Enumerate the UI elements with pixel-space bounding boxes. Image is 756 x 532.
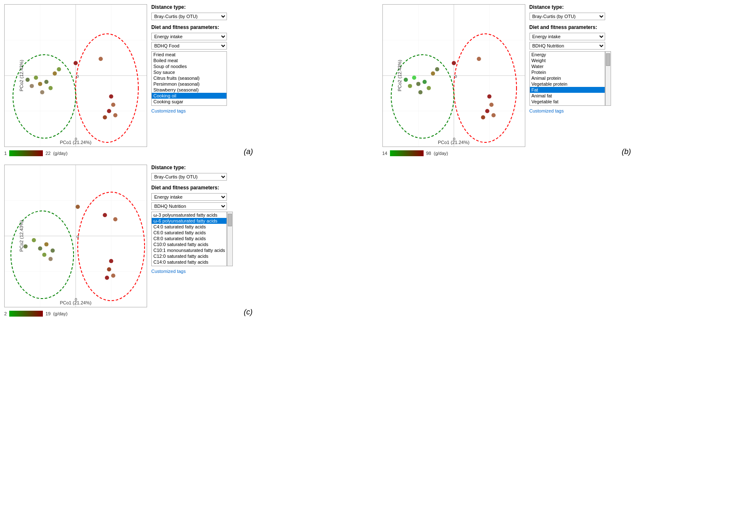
listbox-item[interactable]: Soy sauce	[152, 69, 227, 75]
listbox-item[interactable]: C12:0 saturated fatty acids	[152, 253, 227, 259]
svg-point-14	[40, 90, 45, 94]
svg-point-36	[408, 84, 412, 88]
listbox-item[interactable]: Persimmon (seasonal)	[152, 81, 227, 87]
listbox-item[interactable]: Animal protein	[530, 75, 605, 81]
listbox-item[interactable]: Weight	[530, 58, 605, 63]
listbox-item[interactable]: Water	[530, 63, 605, 69]
svg-point-66	[48, 257, 53, 261]
panel-label-b: (b)	[622, 147, 631, 156]
listbox-item[interactable]: Soup of noodles	[152, 63, 227, 69]
svg-point-32	[454, 34, 516, 142]
legend-max-a: 22	[45, 151, 50, 156]
diet-fitness-label-a: Diet and fitness parameters:	[151, 24, 235, 30]
listbox-item[interactable]: C10:0 saturated fatty acids	[152, 241, 227, 247]
color-bar-b	[390, 150, 424, 156]
scrollbar-c[interactable]	[227, 212, 233, 266]
svg-point-18	[99, 57, 103, 61]
diet-dropdown1-c[interactable]: Energy intake	[151, 193, 227, 201]
svg-point-35	[412, 76, 416, 80]
diet-fitness-label-c: Diet and fitness parameters:	[151, 185, 235, 191]
svg-point-48	[481, 115, 485, 119]
plot-a: PCo2 (12.43%)	[4, 4, 147, 147]
yaxis-label-a: PCo2 (12.43%)	[19, 60, 24, 91]
listbox-item-selected[interactable]: ω-6 polyunsaturated fatty acids	[152, 218, 227, 224]
listbox-item[interactable]: Carbohydrate	[530, 105, 605, 106]
listbox-c[interactable]: ω-3 polyunsaturated fatty acids ω-6 poly…	[151, 212, 227, 266]
diet-dropdown1-a[interactable]: Energy intake	[151, 33, 227, 40]
svg-point-63	[44, 242, 48, 246]
legend-c: 2 19 (g/day)	[4, 311, 147, 317]
customized-tags-link-b[interactable]: Customized tags	[529, 108, 614, 113]
svg-point-47	[485, 109, 489, 113]
svg-point-46	[489, 103, 493, 107]
listbox-item[interactable]: C4:0 saturated fatty acids	[152, 224, 227, 230]
diet-dropdown1-b[interactable]: Energy intake	[529, 33, 605, 40]
legend-min-c: 2	[4, 311, 7, 316]
customized-tags-link-c[interactable]: Customized tags	[151, 269, 235, 274]
svg-text:0: 0	[76, 74, 79, 79]
listbox-item[interactable]: ω-3 polyunsaturated fatty acids	[152, 212, 227, 218]
scrollbar-b[interactable]	[605, 51, 611, 106]
listbox-item[interactable]: Strawberry (seasonal)	[152, 87, 227, 93]
svg-point-22	[103, 115, 107, 119]
legend-b: 14 98 (g/day)	[382, 150, 525, 156]
legend-a: 1 22 (g/day)	[4, 150, 147, 156]
svg-point-8	[26, 78, 30, 82]
svg-point-13	[48, 86, 53, 90]
listbox-item[interactable]: C10:1 monounsaturated fatty acids	[152, 247, 227, 253]
svg-point-11	[38, 82, 42, 86]
distance-type-select-b[interactable]: Bray-Curtis (by OTU)	[529, 13, 605, 20]
svg-point-38	[422, 80, 427, 84]
svg-point-37	[416, 82, 420, 86]
diet-dropdown2-b[interactable]: BDHQ Nutrition	[529, 42, 605, 50]
svg-point-67	[76, 204, 80, 209]
listbox-item[interactable]: Animal fat	[530, 93, 605, 99]
panel-label-a: (a)	[244, 147, 253, 156]
listbox-item[interactable]: C14:0 saturated fatty acids	[152, 259, 227, 265]
svg-point-16	[57, 67, 61, 71]
svg-point-9	[34, 76, 38, 80]
yaxis-label-c: PCo2 (12.43%)	[19, 220, 24, 252]
svg-point-68	[103, 213, 107, 217]
panel-label-c: (c)	[244, 308, 253, 317]
svg-text:0: 0	[454, 74, 457, 79]
xaxis-label-c: PCo1 (21.24%)	[60, 300, 91, 305]
listbox-item[interactable]: Vegetable protein	[530, 81, 605, 87]
diet-dropdown2-a[interactable]: BDHQ Food	[151, 42, 227, 50]
plot-c: PCo2 (12.43%)	[4, 165, 147, 307]
listbox-item[interactable]: Citrus fruits (seasonal)	[152, 75, 227, 81]
svg-point-65	[42, 253, 46, 257]
listbox-item-selected[interactable]: Fat	[530, 87, 605, 93]
listbox-item[interactable]: Boiled meat	[152, 58, 227, 63]
legend-unit-b: (g/day)	[434, 151, 448, 156]
listbox-item-selected[interactable]: Cooking oil	[152, 93, 227, 99]
distance-type-select-a[interactable]: Bray-Curtis (by OTU)	[151, 13, 227, 20]
legend-min-b: 14	[382, 151, 387, 156]
listbox-item[interactable]: Protein	[530, 69, 605, 75]
svg-point-61	[32, 238, 36, 242]
distance-type-select-c[interactable]: Bray-Curtis (by OTU)	[151, 173, 227, 181]
listbox-item[interactable]: C8:0 saturated fatty acids	[152, 236, 227, 241]
listbox-item[interactable]: Cooking sugar	[152, 99, 227, 105]
legend-max-c: 19	[45, 311, 50, 316]
color-bar-c	[9, 311, 43, 317]
customized-tags-link-a[interactable]: Customized tags	[151, 108, 235, 113]
svg-point-42	[435, 67, 439, 71]
yaxis-label-b: PCo2 (12.43%)	[397, 60, 402, 91]
svg-point-39	[427, 86, 431, 90]
svg-point-21	[107, 109, 111, 113]
diet-dropdown2-c[interactable]: BDHQ Nutrition	[151, 202, 227, 210]
listbox-item[interactable]: C14:1 monounsaturated fatty acids	[152, 265, 227, 266]
controls-a: Distance type: Bray-Curtis (by OTU) Diet…	[151, 4, 235, 113]
listbox-a[interactable]: Fried meat Boiled meat Soup of noodles S…	[151, 51, 227, 106]
svg-point-15	[53, 71, 57, 76]
listbox-b[interactable]: Energy Weight Water Protein Animal prote…	[529, 51, 605, 106]
listbox-item[interactable]: Vegetable fat	[530, 99, 605, 105]
svg-point-64	[50, 249, 55, 253]
listbox-item[interactable]: C6:0 saturated fatty acids	[152, 230, 227, 236]
legend-max-b: 98	[426, 151, 431, 156]
xaxis-label-b: PCo1 (21.24%)	[438, 140, 469, 145]
listbox-item[interactable]: Fried meat	[152, 52, 227, 58]
listbox-item[interactable]: Energy	[530, 52, 605, 58]
svg-point-12	[44, 80, 48, 84]
